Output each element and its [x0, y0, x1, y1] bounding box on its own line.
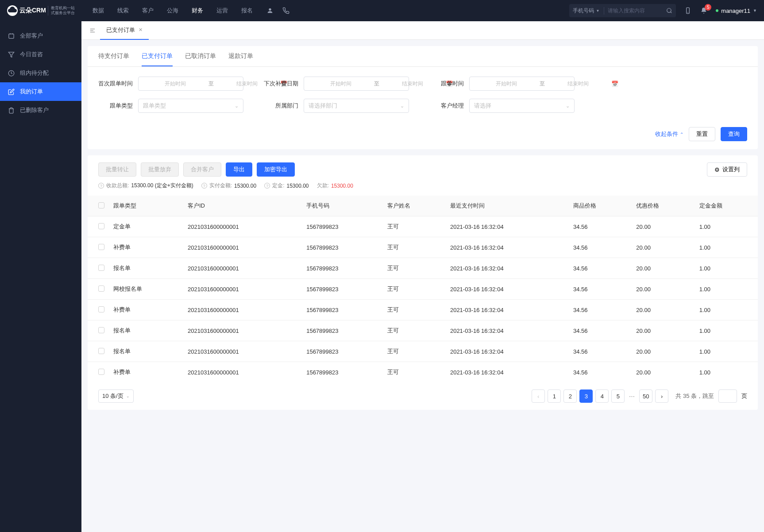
batch-transfer-button[interactable]: 批量转让 [98, 162, 136, 177]
next-supp-range[interactable]: 至📅 [304, 77, 409, 91]
follow-time-range[interactable]: 至📅 [469, 77, 575, 91]
logo-icon [7, 5, 18, 16]
row-checkbox[interactable] [98, 244, 104, 250]
page-number-button[interactable]: 2 [563, 389, 577, 403]
top-nav-数据[interactable]: 数据 [93, 7, 104, 15]
row-checkbox[interactable] [98, 369, 104, 375]
export-button[interactable]: 导出 [226, 162, 252, 177]
svg-rect-5 [9, 34, 14, 38]
col-header: 优惠价格 [632, 196, 695, 216]
end-date-input[interactable] [545, 81, 611, 87]
sidebar-item-users[interactable]: 全部客户 [0, 27, 81, 45]
notif-badge: 5 [705, 4, 711, 11]
chevron-down-icon: ⌄ [235, 103, 239, 109]
start-date-input[interactable] [142, 81, 208, 87]
export-encrypted-button[interactable]: 加密导出 [257, 162, 295, 177]
page-number-button[interactable]: 1 [548, 389, 561, 403]
top-nav-客户[interactable]: 客户 [142, 7, 154, 15]
sidebar-item-edit[interactable]: 我的订单 [0, 82, 81, 101]
order-status-tabs: 待支付订单已支付订单已取消订单退款订单 [88, 46, 758, 67]
page-total-info: 共 35 条，跳至 [675, 392, 714, 400]
page-number-button[interactable]: 5 [611, 389, 625, 403]
table-row[interactable]: 报名单20210316000000011567899823王可2021-03-1… [88, 258, 758, 279]
user-icon[interactable] [266, 7, 274, 15]
inner-tab[interactable]: 已取消订单 [185, 52, 216, 66]
top-nav-公海[interactable]: 公海 [167, 7, 178, 15]
row-checkbox[interactable] [98, 327, 104, 333]
clock-icon [8, 70, 15, 77]
sidebar-label: 今日首咨 [20, 50, 43, 58]
top-nav-财务[interactable]: 财务 [192, 7, 203, 15]
notification-icon[interactable]: 5 [700, 7, 708, 15]
dept-select[interactable]: 请选择部门⌄ [304, 99, 409, 113]
search-icon[interactable] [666, 8, 672, 14]
filter-dept: 所属部门 请选择部门⌄ [264, 99, 409, 113]
user-menu[interactable]: manager11 ▼ [716, 8, 757, 14]
table-row[interactable]: 补费单20210316000000011567899823王可2021-03-1… [88, 237, 758, 258]
top-nav-线索[interactable]: 线索 [117, 7, 129, 15]
page-size-select[interactable]: 10 条/页⌄ [98, 389, 134, 403]
chevron-down-icon: ⌄ [400, 103, 404, 109]
collapse-filters-link[interactable]: 收起条件 ⌃ [655, 130, 683, 138]
main-content: 已支付订单 ✕ 待支付订单已支付订单已取消订单退款订单 首次跟单时间 至📅 下次… [81, 21, 764, 532]
row-checkbox[interactable] [98, 306, 104, 312]
query-button[interactable]: 查询 [721, 127, 747, 141]
select-all-checkbox[interactable] [98, 202, 104, 208]
filter-follow-time: 跟单时间 至📅 [429, 77, 575, 91]
filter-first-follow: 首次跟单时间 至📅 [98, 77, 243, 91]
filter-icon [8, 51, 15, 58]
close-icon[interactable]: ✕ [139, 27, 143, 33]
page-tab-bar: 已支付订单 ✕ [81, 21, 764, 40]
inner-tab[interactable]: 待支付订单 [98, 52, 129, 66]
top-nav-运营[interactable]: 运营 [216, 7, 228, 15]
sidebar-item-filter[interactable]: 今日首咨 [0, 45, 81, 64]
header-search: 手机号码 ▼ [569, 4, 676, 17]
batch-abandon-button[interactable]: 批量放弃 [141, 162, 179, 177]
search-input[interactable] [604, 8, 666, 14]
info-icon: ? [264, 183, 270, 189]
top-header: 云朵CRM 教育机构一站式服务云平台 数据线索客户公海财务运营报名 手机号码 ▼… [0, 0, 764, 21]
phone-icon[interactable] [282, 7, 290, 15]
table-row[interactable]: 报名单20210316000000011567899823王可2021-03-1… [88, 341, 758, 362]
page-tab-paid-orders[interactable]: 已支付订单 ✕ [100, 21, 149, 40]
search-type-select[interactable]: 手机号码 ▼ [573, 7, 604, 15]
edit-icon [8, 89, 15, 95]
logo[interactable]: 云朵CRM 教育机构一站式服务云平台 [7, 5, 75, 16]
page-number-button[interactable]: 3 [579, 389, 593, 403]
row-checkbox[interactable] [98, 265, 104, 271]
last-page-button[interactable]: 50 [639, 389, 652, 403]
page-tab-label: 已支付订单 [106, 26, 135, 34]
top-nav-报名[interactable]: 报名 [241, 7, 253, 15]
table-body: 定金单20210316000000011567899823王可2021-03-1… [88, 216, 758, 383]
prev-page-button[interactable]: ‹ [532, 389, 545, 403]
reset-button[interactable]: 重置 [689, 127, 715, 141]
follow-type-select[interactable]: 跟单类型⌄ [138, 99, 243, 113]
start-date-input[interactable] [473, 81, 540, 87]
col-header: 客户ID [183, 196, 302, 216]
table-row[interactable]: 网校报名单20210316000000011567899823王可2021-03… [88, 279, 758, 300]
svg-point-0 [269, 8, 271, 11]
set-columns-button[interactable]: ⚙设置列 [707, 162, 747, 177]
manager-select[interactable]: 请选择⌄ [469, 99, 575, 113]
inner-tab[interactable]: 退款订单 [228, 52, 253, 66]
sidebar-item-clock[interactable]: 组内待分配 [0, 64, 81, 82]
table-row[interactable]: 报名单20210316000000011567899823王可2021-03-1… [88, 320, 758, 341]
row-checkbox[interactable] [98, 348, 104, 354]
table-row[interactable]: 定金单20210316000000011567899823王可2021-03-1… [88, 216, 758, 237]
table-row[interactable]: 补费单20210316000000011567899823王可2021-03-1… [88, 300, 758, 320]
row-checkbox[interactable] [98, 223, 104, 229]
start-date-input[interactable] [308, 81, 374, 87]
inner-tab[interactable]: 已支付订单 [142, 52, 173, 66]
page-number-button[interactable]: 4 [595, 389, 609, 403]
page-jump-input[interactable] [718, 389, 737, 403]
collapse-sidebar-icon[interactable] [85, 27, 100, 34]
calendar-icon: 📅 [611, 81, 618, 87]
mobile-icon[interactable] [684, 7, 692, 15]
merge-button[interactable]: 合并客户 [183, 162, 221, 177]
table-row[interactable]: 补费单20210316000000011567899823王可2021-03-1… [88, 362, 758, 383]
sidebar-item-trash[interactable]: 已删除客户 [0, 101, 81, 120]
first-follow-range[interactable]: 至📅 [138, 77, 243, 91]
next-page-button[interactable]: › [655, 389, 668, 403]
row-checkbox[interactable] [98, 285, 104, 292]
svg-line-2 [671, 12, 672, 13]
